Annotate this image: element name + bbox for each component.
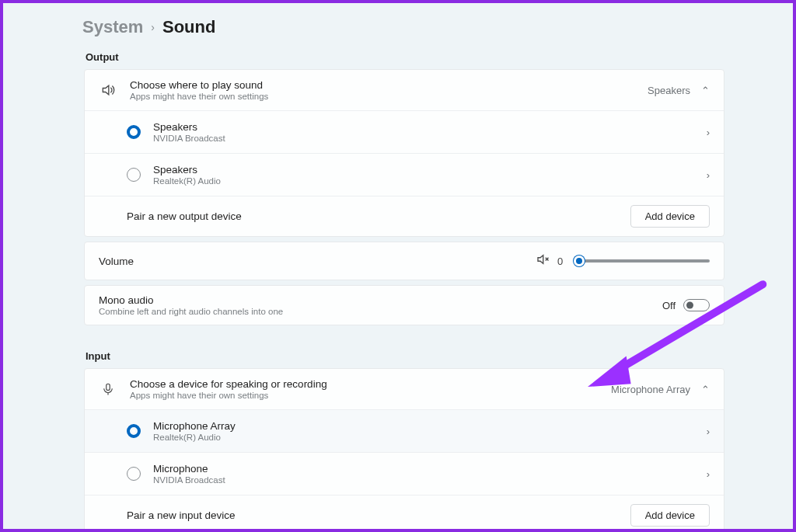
svg-rect-2	[106, 384, 110, 390]
output-volume-value: 0	[557, 256, 571, 267]
pair-input-label: Pair a new input device	[127, 509, 236, 521]
mono-title: Mono audio	[99, 294, 662, 306]
device-provider: Realtek(R) Audio	[153, 433, 696, 442]
chevron-up-icon[interactable]: ⌃	[701, 384, 710, 395]
radio-unselected[interactable]	[127, 467, 141, 481]
output-volume-slider[interactable]	[579, 259, 710, 263]
input-device-row[interactable]: Microphone NVIDIA Broadcast ›	[85, 453, 724, 495]
breadcrumb-parent[interactable]: System	[82, 17, 143, 37]
chevron-right-icon[interactable]: ›	[707, 426, 710, 437]
device-name: Microphone	[153, 463, 696, 475]
input-section-title: Input	[86, 350, 724, 362]
pair-output-row: Pair a new output device Add device	[85, 196, 724, 236]
output-section-title: Output	[86, 51, 724, 63]
output-header-row[interactable]: Choose where to play sound Apps might ha…	[85, 70, 724, 111]
chevron-right-icon[interactable]: ›	[707, 127, 710, 138]
device-provider: Realtek(R) Audio	[153, 176, 696, 186]
speaker-muted-icon[interactable]	[536, 252, 550, 269]
output-volume-label: Volume	[99, 256, 134, 267]
input-card: Choose a device for speaking or recordin…	[84, 368, 724, 532]
output-volume-row: Volume 0	[85, 242, 724, 280]
output-device-row[interactable]: Speakers Realtek(R) Audio ›	[85, 154, 724, 196]
mono-state: Off	[662, 300, 676, 311]
device-name: Speakers	[153, 121, 696, 133]
pair-input-row: Pair a new input device Add device	[85, 495, 724, 532]
device-name: Speakers	[153, 164, 696, 176]
mono-audio-row[interactable]: Mono audio Combine left and right audio …	[85, 286, 724, 325]
breadcrumb-current: Sound	[162, 17, 215, 37]
radio-unselected[interactable]	[127, 168, 141, 182]
input-summary: Microphone Array	[611, 384, 690, 395]
add-input-device-button[interactable]: Add device	[630, 504, 710, 527]
chevron-right-icon[interactable]: ›	[707, 468, 710, 480]
device-name: Microphone Array	[153, 420, 696, 432]
speaker-icon	[99, 82, 117, 98]
chevron-right-icon[interactable]: ›	[707, 169, 710, 181]
input-header-subtitle: Apps might have their own settings	[130, 391, 611, 400]
input-device-row[interactable]: Microphone Array Realtek(R) Audio ›	[85, 410, 724, 453]
output-summary: Speakers	[648, 85, 690, 96]
chevron-right-icon: ›	[151, 21, 155, 33]
input-header-row[interactable]: Choose a device for speaking or recordin…	[85, 369, 724, 410]
pair-output-label: Pair a new output device	[127, 210, 242, 222]
add-output-device-button[interactable]: Add device	[630, 205, 710, 228]
input-header-title: Choose a device for speaking or recordin…	[130, 378, 611, 390]
breadcrumb: System › Sound	[82, 17, 724, 37]
radio-selected[interactable]	[127, 424, 141, 438]
device-provider: NVIDIA Broadcast	[153, 475, 696, 485]
output-card: Choose where to play sound Apps might ha…	[84, 69, 724, 237]
chevron-up-icon[interactable]: ⌃	[701, 85, 710, 96]
device-provider: NVIDIA Broadcast	[153, 134, 696, 143]
mono-toggle[interactable]	[683, 299, 710, 311]
mono-audio-card: Mono audio Combine left and right audio …	[84, 285, 724, 325]
output-device-row[interactable]: Speakers NVIDIA Broadcast ›	[85, 111, 724, 154]
microphone-icon	[99, 382, 117, 396]
output-volume-card: Volume 0	[84, 242, 724, 280]
mono-subtitle: Combine left and right audio channels in…	[99, 307, 662, 316]
output-header-subtitle: Apps might have their own settings	[130, 92, 648, 101]
radio-selected[interactable]	[127, 125, 141, 139]
output-header-title: Choose where to play sound	[130, 79, 648, 91]
